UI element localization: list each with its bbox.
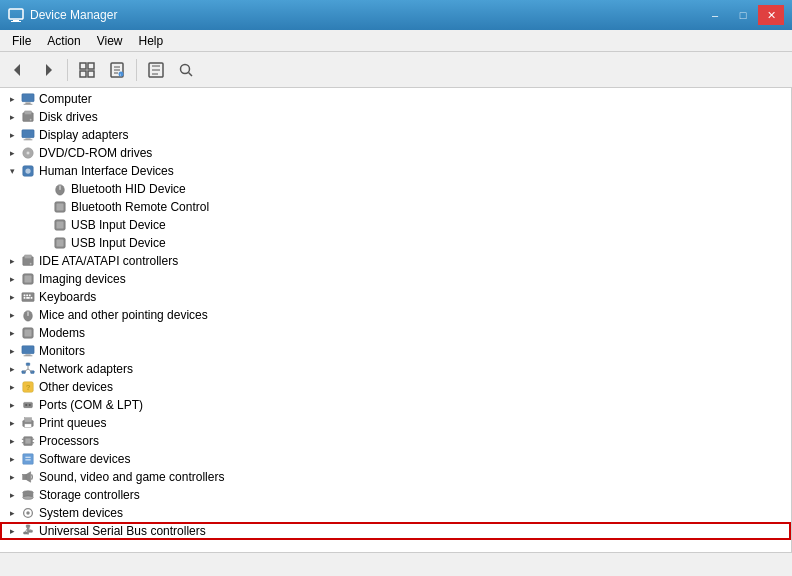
back-icon [10, 62, 26, 78]
close-button[interactable]: ✕ [758, 5, 784, 25]
svg-rect-71 [29, 404, 31, 406]
update-button[interactable] [142, 56, 170, 84]
view-button[interactable] [73, 56, 101, 84]
expand-storage-controllers[interactable]: ▸ [4, 487, 20, 503]
svg-rect-49 [26, 294, 28, 296]
label-computer: Computer [39, 92, 92, 106]
tree-item-print-queues[interactable]: ▸Print queues [0, 414, 791, 432]
label-usb-input-1: USB Input Device [71, 218, 166, 232]
expand-human-interface[interactable]: ▾ [4, 163, 20, 179]
icon-system-devices [20, 505, 36, 521]
expand-bluetooth-hid[interactable] [36, 181, 52, 197]
expand-network-adapters[interactable]: ▸ [4, 361, 20, 377]
svg-marker-3 [14, 64, 20, 76]
tree-item-keyboards[interactable]: ▸Keyboards [0, 288, 791, 306]
tree-item-dvdcd-rom[interactable]: ▸DVD/CD-ROM drives [0, 144, 791, 162]
tree-item-ports[interactable]: ▸Ports (COM & LPT) [0, 396, 791, 414]
tree-item-bluetooth-hid[interactable]: Bluetooth HID Device [0, 180, 791, 198]
tree-item-sound-video[interactable]: ▸Sound, video and game controllers [0, 468, 791, 486]
svg-point-44 [30, 263, 32, 265]
toolbar: i [0, 52, 792, 88]
tree-item-usb-input-2[interactable]: USB Input Device [0, 234, 791, 252]
label-sound-video: Sound, video and game controllers [39, 470, 224, 484]
expand-usb-input-2[interactable] [36, 235, 52, 251]
expand-software-devices[interactable]: ▸ [4, 451, 20, 467]
tree-item-mice[interactable]: ▸Mice and other pointing devices [0, 306, 791, 324]
svg-point-90 [26, 511, 30, 515]
expand-bluetooth-remote[interactable] [36, 199, 52, 215]
tree-item-disk-drives[interactable]: ▸Disk drives [0, 108, 791, 126]
icon-network-adapters [20, 361, 36, 377]
icon-keyboards [20, 289, 36, 305]
svg-rect-61 [26, 363, 30, 366]
expand-print-queues[interactable]: ▸ [4, 415, 20, 431]
icon-bluetooth-remote [52, 199, 68, 215]
tree-item-computer[interactable]: ▸Computer [0, 90, 791, 108]
label-print-queues: Print queues [39, 416, 106, 430]
tree-item-system-devices[interactable]: ▸System devices [0, 504, 791, 522]
expand-ports[interactable]: ▸ [4, 397, 20, 413]
icon-usb-controllers [20, 523, 36, 539]
expand-keyboards[interactable]: ▸ [4, 289, 20, 305]
icon-human-interface [20, 163, 36, 179]
label-storage-controllers: Storage controllers [39, 488, 140, 502]
expand-ide-ata[interactable]: ▸ [4, 253, 20, 269]
tree-item-bluetooth-remote[interactable]: Bluetooth Remote Control [0, 198, 791, 216]
expand-usb-input-1[interactable] [36, 217, 52, 233]
toolbar-sep-1 [67, 59, 68, 81]
tree-item-usb-controllers[interactable]: ▸Universal Serial Bus controllers [0, 522, 791, 540]
tree-item-modems[interactable]: ▸Modems [0, 324, 791, 342]
label-other-devices: Other devices [39, 380, 113, 394]
forward-button[interactable] [34, 56, 62, 84]
tree-item-processors[interactable]: ▸Processors [0, 432, 791, 450]
minimize-button[interactable]: – [702, 5, 728, 25]
tree-item-imaging[interactable]: ▸Imaging devices [0, 270, 791, 288]
expand-computer[interactable]: ▸ [4, 91, 20, 107]
expand-other-devices[interactable]: ▸ [4, 379, 20, 395]
menu-file[interactable]: File [4, 32, 39, 50]
expand-processors[interactable]: ▸ [4, 433, 20, 449]
svg-rect-0 [9, 9, 23, 19]
svg-point-88 [23, 496, 34, 500]
back-button[interactable] [4, 56, 32, 84]
forward-icon [40, 62, 56, 78]
menu-action[interactable]: Action [39, 32, 88, 50]
expand-dvdcd-rom[interactable]: ▸ [4, 145, 20, 161]
tree-item-network-adapters[interactable]: ▸Network adapters [0, 360, 791, 378]
tree-item-other-devices[interactable]: ▸?Other devices [0, 378, 791, 396]
icon-modems [20, 325, 36, 341]
expand-sound-video[interactable]: ▸ [4, 469, 20, 485]
tree-item-ide-ata[interactable]: ▸IDE ATA/ATAPI controllers [0, 252, 791, 270]
scan-button[interactable] [172, 56, 200, 84]
svg-rect-93 [24, 532, 28, 534]
expand-display-adapters[interactable]: ▸ [4, 127, 20, 143]
svg-rect-5 [80, 63, 86, 69]
tree-item-storage-controllers[interactable]: ▸Storage controllers [0, 486, 791, 504]
expand-system-devices[interactable]: ▸ [4, 505, 20, 521]
expand-mice[interactable]: ▸ [4, 307, 20, 323]
device-tree[interactable]: ▸Computer▸Disk drives▸Display adapters▸D… [0, 88, 792, 552]
label-software-devices: Software devices [39, 452, 130, 466]
expand-usb-controllers[interactable]: ▸ [4, 523, 20, 539]
icon-display-adapters [20, 127, 36, 143]
svg-rect-57 [25, 330, 32, 337]
expand-monitors[interactable]: ▸ [4, 343, 20, 359]
tree-item-display-adapters[interactable]: ▸Display adapters [0, 126, 791, 144]
svg-rect-81 [23, 454, 34, 465]
svg-rect-27 [22, 130, 34, 138]
expand-disk-drives[interactable]: ▸ [4, 109, 20, 125]
maximize-button[interactable]: □ [730, 5, 756, 25]
menu-help[interactable]: Help [131, 32, 172, 50]
tree-item-monitors[interactable]: ▸Monitors [0, 342, 791, 360]
menu-view[interactable]: View [89, 32, 131, 50]
tree-item-human-interface[interactable]: ▾Human Interface Devices [0, 162, 791, 180]
svg-text:i: i [120, 71, 121, 76]
tree-item-usb-input-1[interactable]: USB Input Device [0, 216, 791, 234]
icon-usb-input-1 [52, 217, 68, 233]
expand-imaging[interactable]: ▸ [4, 271, 20, 287]
label-keyboards: Keyboards [39, 290, 96, 304]
expand-modems[interactable]: ▸ [4, 325, 20, 341]
tree-item-software-devices[interactable]: ▸Software devices [0, 450, 791, 468]
properties-button[interactable]: i [103, 56, 131, 84]
title-bar: Device Manager – □ ✕ [0, 0, 792, 30]
